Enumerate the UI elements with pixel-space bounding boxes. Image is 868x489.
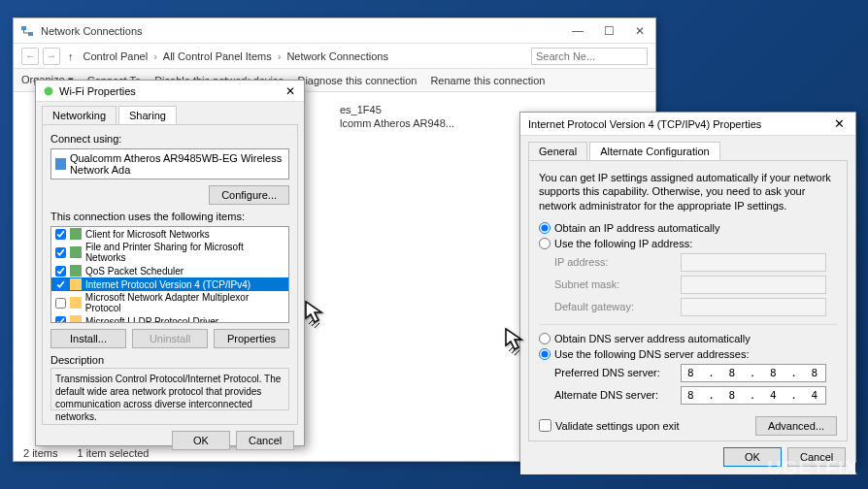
networking-tab-content: Connect using: Qualcomm Atheros AR9485WB…	[42, 124, 298, 425]
network-items-list[interactable]: Client for Microsoft Networks File and P…	[50, 226, 289, 323]
ipv4-title: Internet Protocol Version 4 (TCP/IPv4) P…	[528, 118, 830, 130]
wifi-icon	[42, 84, 55, 98]
pref-dns-input[interactable]	[681, 364, 826, 382]
properties-button[interactable]: Properties	[214, 329, 289, 348]
configure-button[interactable]: Configure...	[209, 185, 289, 205]
alt-dns-label: Alternate DNS server:	[554, 389, 681, 401]
subnet-input	[681, 276, 826, 294]
breadcrumb-all-items[interactable]: All Control Panel Items	[161, 50, 274, 62]
list-item: QoS Packet Scheduler	[51, 264, 288, 277]
svg-rect-0	[21, 26, 26, 30]
gateway-input	[681, 298, 826, 316]
wifi-titlebar: Wi-Fi Properties ✕	[36, 81, 304, 102]
ipv4-titlebar: Internet Protocol Version 4 (TCP/IPv4) P…	[520, 113, 855, 136]
toolbar-rename[interactable]: Rename this connection	[430, 75, 545, 86]
radio-dns-manual[interactable]: Use the following DNS server addresses:	[539, 348, 837, 360]
list-item: File and Printer Sharing for Microsoft N…	[51, 241, 288, 264]
item-checkbox[interactable]	[55, 316, 66, 324]
close-icon[interactable]: ✕	[283, 84, 298, 98]
item-checkbox[interactable]	[55, 266, 66, 277]
connection-adapter-partial: lcomm Atheros AR948...	[340, 117, 454, 129]
explorer-titlebar: Network Connections — ☐ ✕	[14, 18, 655, 44]
tab-general[interactable]: General	[528, 142, 587, 160]
protocol-icon	[70, 297, 82, 309]
client-icon	[70, 228, 82, 240]
intro-text: You can get IP settings assigned automat…	[539, 171, 837, 212]
advanced-button[interactable]: Advanced...	[755, 416, 837, 436]
ipv4-general-content: You can get IP settings assigned automat…	[528, 160, 848, 441]
search-input[interactable]	[531, 48, 648, 65]
items-label: This connection uses the following items…	[50, 211, 289, 222]
close-icon[interactable]: ✕	[830, 116, 848, 131]
item-checkbox[interactable]	[55, 279, 66, 290]
adapter-icon	[55, 158, 66, 170]
validate-checkbox-row[interactable]: Validate settings upon exit	[539, 419, 680, 432]
nav-back-icon[interactable]: ←	[21, 48, 39, 65]
breadcrumb-control-panel[interactable]: Control Panel	[82, 50, 150, 62]
list-item-ipv4: Internet Protocol Version 4 (TCP/IPv4)	[51, 277, 288, 291]
breadcrumb: ← → ↑ Control Panel › All Control Panel …	[14, 44, 655, 69]
subnet-label: Subnet mask:	[554, 278, 681, 290]
list-item: Microsoft Network Adapter Multiplexor Pr…	[51, 291, 288, 314]
protocol-icon	[70, 278, 82, 290]
item-checkbox[interactable]	[55, 247, 66, 258]
connect-using-label: Connect using:	[50, 133, 289, 145]
toolbar-diagnose[interactable]: Diagnose this connection	[297, 75, 417, 86]
item-checkbox[interactable]	[55, 229, 66, 240]
connection-name-partial: es_1F45	[340, 104, 382, 115]
service-icon	[70, 265, 82, 277]
ipv4-properties-dialog: Internet Protocol Version 4 (TCP/IPv4) P…	[519, 112, 856, 461]
watermark: UGETFIX	[767, 457, 858, 479]
item-checkbox[interactable]	[55, 298, 66, 309]
adapter-field[interactable]: Qualcomm Atheros AR9485WB-EG Wireless Ne…	[50, 148, 289, 179]
gateway-label: Default gateway:	[554, 301, 681, 312]
nav-forward-icon[interactable]: →	[43, 48, 60, 65]
minimize-button[interactable]: —	[568, 24, 587, 38]
radio-ip-manual[interactable]: Use the following IP address:	[539, 238, 837, 249]
wifi-properties-dialog: Wi-Fi Properties ✕ Networking Sharing Co…	[35, 80, 305, 446]
ip-address-input	[681, 253, 826, 272]
uninstall-button: Uninstall	[132, 329, 208, 348]
close-button[interactable]: ✕	[630, 24, 650, 38]
explorer-title: Network Connections	[41, 25, 568, 37]
description-label: Description	[50, 354, 289, 366]
ip-address-label: IP address:	[554, 256, 681, 268]
cancel-button[interactable]: Cancel	[236, 431, 294, 450]
breadcrumb-network-connections[interactable]: Network Connections	[284, 50, 390, 62]
wifi-title: Wi-Fi Properties	[59, 85, 283, 97]
svg-rect-1	[28, 32, 33, 36]
list-item: Microsoft LLDP Protocol Driver	[51, 314, 288, 323]
window-controls: — ☐ ✕	[568, 24, 650, 38]
protocol-icon	[70, 315, 82, 323]
ok-button[interactable]: OK	[172, 431, 230, 450]
tab-sharing[interactable]: Sharing	[118, 106, 177, 124]
install-button[interactable]: Install...	[50, 329, 126, 348]
radio-ip-auto[interactable]: Obtain an IP address automatically	[539, 222, 837, 234]
service-icon	[70, 246, 82, 258]
description-text: Transmission Control Protocol/Internet P…	[50, 368, 289, 410]
maximize-button[interactable]: ☐	[599, 24, 618, 38]
nav-up-icon[interactable]: ↑	[68, 50, 74, 62]
list-item: Client for Microsoft Networks	[51, 227, 288, 241]
tab-altconfig[interactable]: Alternate Configuration	[589, 142, 720, 160]
alt-dns-input[interactable]	[681, 386, 826, 405]
ipv4-tabs: General Alternate Configuration	[520, 136, 855, 160]
network-icon	[19, 23, 35, 39]
tab-networking[interactable]: Networking	[42, 106, 117, 124]
wifi-tabs: Networking Sharing	[36, 102, 304, 124]
pref-dns-label: Preferred DNS server:	[554, 367, 681, 378]
radio-dns-auto[interactable]: Obtain DNS server address automatically	[539, 333, 837, 344]
adapter-name: Qualcomm Atheros AR9485WB-EG Wireless Ne…	[70, 152, 284, 176]
